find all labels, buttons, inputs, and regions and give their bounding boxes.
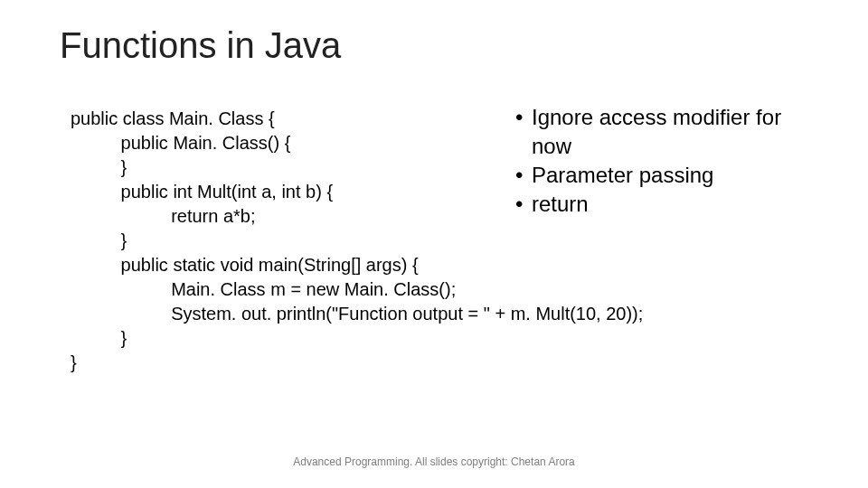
bullet-text: return bbox=[532, 191, 589, 218]
code-line: System. out. println("Function output = … bbox=[171, 304, 643, 324]
code-line: } bbox=[121, 157, 127, 177]
bullet-dot-icon: • bbox=[515, 104, 532, 131]
bullet-item: • return bbox=[515, 191, 832, 218]
slide-footer: Advanced Programming. All slides copyrig… bbox=[0, 455, 868, 468]
bullet-list: • Ignore access modifier for now • Param… bbox=[515, 104, 832, 220]
slide-title: Functions in Java bbox=[60, 25, 341, 66]
code-line: public int Mult(int a, int b) { bbox=[121, 182, 334, 202]
bullet-item: • Ignore access modifier for bbox=[515, 104, 832, 131]
code-line: } bbox=[121, 328, 127, 348]
code-line: } bbox=[71, 352, 77, 372]
bullet-text: Ignore access modifier for bbox=[532, 104, 781, 131]
bullet-item-cont: now bbox=[515, 133, 832, 160]
bullet-item: • Parameter passing bbox=[515, 162, 832, 189]
bullet-dot-icon: • bbox=[515, 191, 532, 218]
code-line: public Main. Class() { bbox=[121, 133, 291, 153]
slide: Functions in Java public class Main. Cla… bbox=[0, 0, 868, 488]
bullet-dot-icon: • bbox=[515, 162, 532, 189]
code-line: public static void main(String[] args) { bbox=[121, 255, 419, 275]
code-line: public class Main. Class { bbox=[71, 108, 275, 128]
code-line: } bbox=[121, 230, 127, 250]
bullet-text: Parameter passing bbox=[532, 162, 713, 189]
bullet-text: now bbox=[532, 133, 571, 160]
code-line: return a*b; bbox=[171, 206, 255, 226]
code-line: Main. Class m = new Main. Class(); bbox=[171, 279, 456, 299]
